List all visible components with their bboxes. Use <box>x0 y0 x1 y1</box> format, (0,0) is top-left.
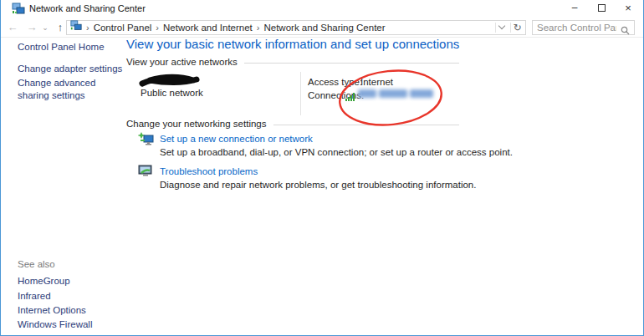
search-box[interactable] <box>532 20 635 35</box>
recent-pages-dropdown[interactable]: ⌄ <box>40 18 50 38</box>
sidebar-item-change-adapter-settings[interactable]: Change adapter settings <box>18 63 122 75</box>
search-input[interactable] <box>537 21 616 34</box>
network-icon <box>12 3 25 19</box>
window-title: Network and Sharing Center <box>29 0 146 18</box>
close-button[interactable]: × <box>615 0 641 17</box>
maximize-icon <box>598 4 606 12</box>
active-network-divider <box>300 72 301 115</box>
wifi-signal-icon <box>345 89 356 104</box>
crumb-separator: › <box>156 23 159 33</box>
sidebar-item-control-panel-home[interactable]: Control Panel Home <box>18 41 105 53</box>
refresh-button[interactable]: ↻ <box>511 21 524 34</box>
maximize-button[interactable] <box>588 0 615 17</box>
setup-new-connection-link[interactable]: Set up a new connection or network <box>160 134 313 144</box>
troubleshoot-problems-desc: Diagnose and repair network problems, or… <box>160 180 476 190</box>
breadcrumb-network-and-internet[interactable]: Network and Internet <box>163 23 253 33</box>
title-bar: Network and Sharing Center – × <box>1 0 643 18</box>
network-type: Public network <box>141 88 203 98</box>
new-connection-icon <box>138 132 154 150</box>
sidebar-item-infrared[interactable]: Infrared <box>18 290 51 303</box>
connection-link-redacted[interactable] <box>358 89 437 99</box>
active-networks-label: View your active networks <box>126 57 238 67</box>
see-also-header: See also <box>18 258 55 271</box>
sidebar-item-homegroup[interactable]: HomeGroup <box>18 275 70 288</box>
troubleshoot-problems-link[interactable]: Troubleshoot problems <box>160 166 258 176</box>
sidebar-item-windows-firewall[interactable]: Windows Firewall <box>18 318 92 331</box>
breadcrumb-network-sharing-center[interactable]: Network and Sharing Center <box>263 23 385 33</box>
page-title: View your basic network information and … <box>126 37 459 51</box>
forward-button[interactable]: → <box>24 18 39 38</box>
crumb-separator: › <box>86 23 89 33</box>
chevron-down-icon <box>498 23 505 29</box>
setup-new-connection-desc: Set up a broadband, dial-up, or VPN conn… <box>160 147 513 157</box>
navigation-toolbar: ← → ⌄ ↑ › Control Panel › Network and In… <box>1 18 643 38</box>
sidebar-item-internet-options[interactable]: Internet Options <box>18 304 86 317</box>
section-divider <box>273 125 460 125</box>
network-sharing-center-window: Network and Sharing Center – × ← → ⌄ ↑ ›… <box>0 0 644 336</box>
networking-settings-label: Change your networking settings <box>126 119 267 129</box>
troubleshoot-icon <box>138 165 153 181</box>
section-divider <box>244 63 459 64</box>
search-icon[interactable] <box>621 23 630 38</box>
active-networks-section-header: View your active networks <box>126 57 459 67</box>
minimize-button[interactable]: – <box>561 0 588 17</box>
access-type-label: Access type: <box>308 77 362 87</box>
networking-settings-section-header: Change your networking settings <box>126 119 459 129</box>
address-network-icon <box>70 20 82 35</box>
access-type-value: Internet <box>360 77 393 87</box>
crumb-separator: › <box>257 23 260 33</box>
address-separator <box>495 23 496 33</box>
address-dropdown-button[interactable] <box>497 21 507 34</box>
address-bar[interactable]: › Control Panel › Network and Internet ›… <box>66 20 526 35</box>
back-button[interactable]: ← <box>5 18 20 38</box>
sidebar-item-change-advanced-sharing[interactable]: Change advanced sharing settings <box>18 77 125 102</box>
breadcrumb-control-panel[interactable]: Control Panel <box>94 23 152 33</box>
redaction-scribble <box>142 77 197 84</box>
